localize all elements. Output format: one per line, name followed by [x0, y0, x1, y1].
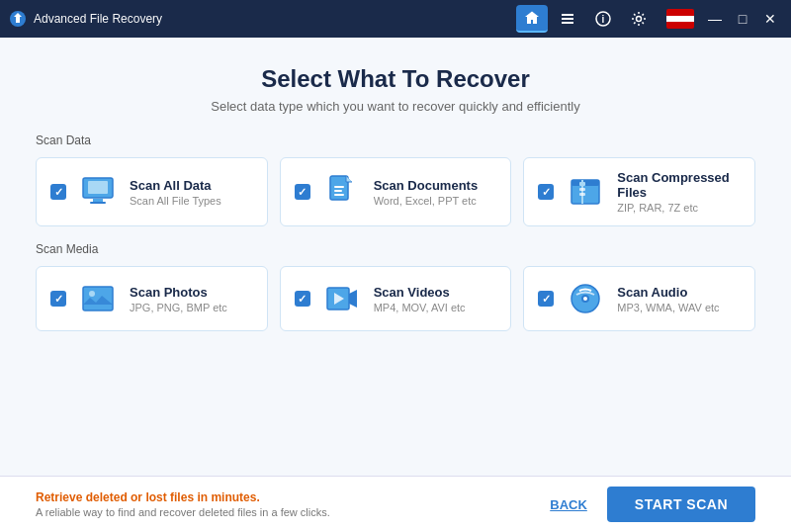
card-scan-audio[interactable]: Scan Audio MP3, WMA, WAV etc — [523, 266, 755, 331]
card-title-scan-all: Scan All Data — [130, 178, 221, 193]
card-scan-photos[interactable]: Scan Photos JPG, PNG, BMP etc — [36, 266, 268, 331]
svg-rect-10 — [90, 202, 106, 204]
card-scan-all-data[interactable]: Scan All Data Scan All File Types — [36, 157, 268, 226]
svg-rect-1 — [562, 14, 573, 16]
video-icon — [322, 279, 362, 318]
card-scan-documents[interactable]: Scan Documents Word, Excel, PPT etc — [280, 157, 512, 226]
footer-left: Retrieve deleted or lost files in minute… — [36, 490, 330, 518]
minimize-button[interactable]: — — [702, 6, 728, 32]
maximize-button[interactable]: □ — [730, 6, 755, 32]
footer: Retrieve deleted or lost files in minute… — [0, 476, 791, 532]
checkbox-scan-documents[interactable] — [295, 184, 310, 200]
card-subtitle-audio: MP3, WMA, WAV etc — [617, 302, 719, 313]
card-title-photos: Scan Photos — [130, 285, 227, 300]
card-text-videos: Scan Videos MP4, MOV, AVI etc — [374, 285, 466, 313]
svg-rect-13 — [334, 190, 342, 192]
audio-icon — [566, 279, 605, 318]
svg-rect-2 — [562, 18, 573, 20]
sections: Scan Data Scan All Data Scan All File Ty… — [0, 130, 791, 476]
flag-icon — [666, 9, 694, 29]
card-title-compressed: Scan Compressed Files — [617, 170, 741, 200]
checkbox-scan-videos[interactable] — [295, 291, 310, 307]
card-title-videos: Scan Videos — [374, 285, 466, 300]
app-title: Advanced File Recovery — [34, 12, 516, 26]
photo-icon — [78, 279, 118, 318]
svg-text:i: i — [602, 14, 605, 25]
checkbox-scan-compressed[interactable] — [538, 184, 554, 200]
card-text-compressed: Scan Compressed Files ZIP, RAR, 7Z etc — [617, 170, 741, 214]
card-subtitle-photos: JPG, PNG, BMP etc — [130, 302, 227, 313]
titlebar: Advanced File Recovery i — □ — [0, 0, 791, 38]
monitor-icon — [78, 172, 118, 212]
checkbox-scan-photos[interactable] — [50, 291, 66, 307]
svg-rect-21 — [83, 287, 113, 310]
svg-rect-3 — [562, 22, 573, 24]
nav-home-btn[interactable] — [516, 5, 548, 33]
svg-rect-12 — [334, 186, 344, 188]
nav-info-btn[interactable]: i — [587, 5, 619, 33]
card-text-documents: Scan Documents Word, Excel, PPT etc — [374, 178, 478, 207]
svg-rect-9 — [93, 199, 103, 202]
scan-media-label: Scan Media — [36, 242, 755, 256]
svg-point-6 — [637, 17, 642, 22]
card-subtitle-documents: Word, Excel, PPT etc — [374, 195, 478, 207]
card-scan-videos[interactable]: Scan Videos MP4, MOV, AVI etc — [280, 266, 512, 331]
svg-rect-8 — [88, 181, 108, 194]
window-controls: — □ ✕ — [702, 6, 783, 32]
scan-data-label: Scan Data — [36, 133, 755, 147]
nav-list-btn[interactable] — [552, 5, 583, 33]
header: Select What To Recover Select data type … — [0, 38, 791, 130]
page-title: Select What To Recover — [20, 65, 771, 93]
footer-right: BACK START SCAN — [550, 487, 755, 522]
titlebar-nav: i — [516, 5, 655, 33]
card-text-audio: Scan Audio MP3, WMA, WAV etc — [617, 285, 719, 313]
app-icon — [8, 9, 28, 29]
document-icon — [322, 172, 362, 212]
svg-point-22 — [89, 291, 95, 297]
scan-media-grid: Scan Photos JPG, PNG, BMP etc Scan Video… — [36, 266, 755, 331]
nav-settings-btn[interactable] — [623, 5, 655, 33]
start-scan-button[interactable]: START SCAN — [607, 487, 755, 522]
footer-desc: A reliable way to find and recover delet… — [36, 506, 330, 518]
card-text-photos: Scan Photos JPG, PNG, BMP etc — [130, 285, 227, 313]
svg-rect-18 — [579, 182, 585, 186]
card-scan-compressed[interactable]: Scan Compressed Files ZIP, RAR, 7Z etc — [523, 157, 755, 226]
card-title-audio: Scan Audio — [617, 285, 719, 300]
svg-point-27 — [583, 297, 587, 301]
card-subtitle-videos: MP4, MOV, AVI etc — [374, 302, 466, 313]
checkbox-scan-audio[interactable] — [538, 291, 554, 307]
back-button[interactable]: BACK — [550, 497, 587, 512]
card-text-scan-all: Scan All Data Scan All File Types — [130, 178, 221, 207]
scan-data-grid: Scan All Data Scan All File Types — [36, 157, 755, 226]
checkbox-scan-all-data[interactable] — [50, 184, 66, 200]
footer-promo: Retrieve deleted or lost files in minute… — [36, 490, 330, 504]
svg-rect-20 — [579, 193, 585, 196]
svg-rect-19 — [579, 188, 585, 191]
main-content: Select What To Recover Select data type … — [0, 38, 791, 532]
close-button[interactable]: ✕ — [757, 6, 783, 32]
svg-rect-14 — [334, 194, 344, 196]
card-subtitle-scan-all: Scan All File Types — [130, 195, 221, 207]
page-subtitle: Select data type which you want to recov… — [20, 99, 771, 114]
card-title-documents: Scan Documents — [374, 178, 478, 193]
archive-icon — [566, 172, 605, 212]
card-subtitle-compressed: ZIP, RAR, 7Z etc — [617, 202, 741, 214]
